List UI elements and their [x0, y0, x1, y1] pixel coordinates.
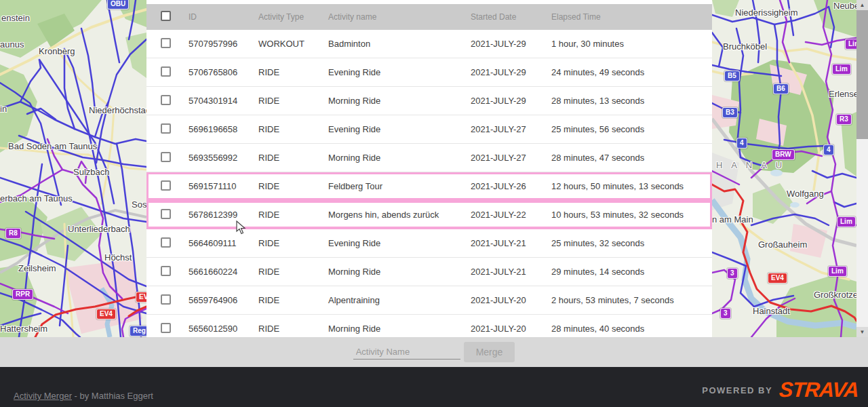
cell-activity-type: RIDE	[258, 67, 328, 77]
map-place-label: Erlensee	[829, 89, 856, 99]
cell-activity-type: RIDE	[258, 153, 328, 163]
route-badge: BRW	[772, 149, 795, 160]
route-badge: RPR	[12, 289, 33, 300]
column-header-id: ID	[189, 12, 258, 22]
table-header: ID Activity Type Activity name Started D…	[146, 4, 712, 30]
table-body: 5707957996 WORKOUT Badminton 2021-JULY-2…	[146, 30, 712, 337]
strava-logo: STRAVA	[778, 378, 859, 402]
cell-started-date: 2021-JULY-21	[471, 238, 551, 248]
cell-activity-type: RIDE	[258, 124, 328, 134]
cell-activity-name: Morning Ride	[328, 96, 471, 106]
credit-author: - by Matthias Eggert	[72, 391, 153, 401]
row-checkbox[interactable]	[146, 237, 189, 250]
route-badge: R8	[5, 228, 21, 239]
cell-activity-name: Morgens hin, abends zurück	[328, 210, 471, 220]
map-place-label: erbach am Taunus	[0, 193, 73, 204]
map-place-label: H A N A U	[716, 160, 785, 170]
map-place-label: Großkrotzenb	[814, 290, 856, 300]
table-row[interactable]: 5678612399 RIDE Morgens hin, abends zurü…	[146, 201, 712, 229]
map-place-label: enstein	[1, 13, 30, 23]
table-row[interactable]: 5696196658 RIDE Evening Ride 2021-JULY-2…	[146, 115, 712, 144]
row-checkbox[interactable]	[146, 66, 189, 79]
route-badge: Lim	[837, 216, 856, 227]
cell-activity-type: RIDE	[258, 324, 328, 334]
row-checkbox[interactable]	[146, 294, 189, 307]
activity-name-input[interactable]	[353, 345, 460, 360]
map-place-label: Neuber	[833, 1, 856, 11]
route-badge: EV4	[768, 273, 787, 284]
cell-started-date: 2021-JULY-20	[471, 324, 551, 334]
scroll-up-icon[interactable]: ▲	[856, 0, 868, 10]
cell-activity-type: RIDE	[258, 267, 328, 277]
row-checkbox[interactable]	[146, 209, 189, 221]
row-checkbox[interactable]	[146, 266, 189, 278]
table-row[interactable]: 5691571110 RIDE Feldberg Tour 2021-JULY-…	[146, 172, 712, 201]
column-header-date: Started Date	[471, 12, 551, 22]
activity-merger-link[interactable]: Activity Merger	[14, 391, 72, 401]
row-checkbox[interactable]	[146, 180, 189, 193]
route-badge: EV4	[136, 292, 146, 303]
checkbox-icon	[161, 180, 171, 191]
cell-id: 5678612399	[189, 210, 258, 220]
cell-id: 5656012590	[189, 324, 258, 334]
cell-activity-name: Evening Ride	[328, 67, 471, 77]
map-place-label: in	[0, 104, 7, 114]
cell-id: 5659764906	[189, 295, 258, 305]
table-row[interactable]: 5704301914 RIDE Morning Ride 2021-JULY-2…	[146, 87, 712, 115]
cell-started-date: 2021-JULY-27	[471, 124, 551, 134]
cell-activity-type: RIDE	[258, 238, 328, 248]
scrollbar-thumb[interactable]	[856, 10, 868, 139]
checkbox-icon	[161, 294, 171, 305]
map-place-label: Höchst	[104, 252, 132, 263]
row-checkbox[interactable]	[146, 38, 189, 50]
map-place-label: Kronberg	[39, 46, 75, 56]
cell-id: 5704301914	[189, 96, 258, 106]
map-place-label: aunus	[0, 39, 24, 50]
cell-elapsed-time: 1 hour, 30 minutes	[551, 39, 712, 49]
route-badge: 4	[823, 144, 834, 155]
table-row[interactable]: 5661660224 RIDE Morning Ride 2021-JULY-2…	[146, 258, 712, 286]
select-all-checkbox[interactable]	[146, 11, 189, 23]
route-badge: Lim	[828, 266, 847, 277]
cell-id: 5693556992	[189, 153, 258, 163]
cell-activity-name: Morning Ride	[328, 153, 471, 163]
table-row[interactable]: 5656012590 RIDE Morning Ride 2021-JULY-2…	[146, 315, 712, 337]
activity-table: ID Activity Type Activity name Started D…	[146, 0, 712, 337]
route-badge: Reg	[130, 326, 146, 336]
scroll-down-icon[interactable]: ▼	[856, 327, 868, 337]
table-row[interactable]: 5706765806 RIDE Evening Ride 2021-JULY-2…	[146, 58, 712, 87]
map-place-label: Niederissigheim	[735, 7, 797, 18]
cell-elapsed-time: 28 minutes, 47 seconds	[551, 153, 712, 163]
map-place-label: Hainstadt	[753, 306, 790, 316]
merge-button[interactable]: Merge	[464, 342, 515, 362]
checkbox-icon	[161, 95, 171, 105]
map-right[interactable]: NeuberNiederissigheimBruchköbelErlenseeH…	[712, 0, 856, 337]
map-left[interactable]: ensteinaunusKronberginNiederhöchstadtBad…	[0, 0, 146, 337]
column-header-name: Activity name	[328, 12, 471, 22]
route-badge: Lim	[832, 64, 851, 75]
cell-activity-type: WORKOUT	[258, 39, 328, 49]
row-checkbox[interactable]	[146, 95, 189, 107]
route-badge: B6	[773, 83, 789, 94]
cell-activity-name: Morning Ride	[328, 324, 471, 334]
cell-started-date: 2021-JULY-26	[471, 181, 551, 191]
cell-id: 5691571110	[189, 181, 258, 191]
table-row[interactable]: 5693556992 RIDE Morning Ride 2021-JULY-2…	[146, 144, 712, 172]
merge-bar: Merge	[0, 337, 868, 367]
vertical-scrollbar[interactable]: ▲ ▼	[856, 0, 868, 337]
route-badge: 3	[720, 308, 731, 319]
cell-elapsed-time: 2 hours, 53 minutes, 7 seconds	[551, 295, 712, 305]
table-row[interactable]: 5664609111 RIDE Evening Ride 2021-JULY-2…	[146, 229, 712, 258]
row-checkbox[interactable]	[146, 152, 189, 164]
table-row[interactable]: 5659764906 RIDE Alpentraining 2021-JULY-…	[146, 286, 712, 315]
checkbox-icon	[161, 266, 171, 276]
route-badge: R3	[836, 114, 852, 125]
cell-id: 5664609111	[189, 238, 258, 248]
cell-started-date: 2021-JULY-21	[471, 267, 551, 277]
table-row[interactable]: 5707957996 WORKOUT Badminton 2021-JULY-2…	[146, 30, 712, 58]
cell-activity-name: Alpentraining	[328, 295, 471, 305]
row-checkbox[interactable]	[146, 323, 189, 335]
cell-activity-type: RIDE	[258, 295, 328, 305]
row-checkbox[interactable]	[146, 123, 189, 136]
cell-started-date: 2021-JULY-29	[471, 67, 551, 77]
